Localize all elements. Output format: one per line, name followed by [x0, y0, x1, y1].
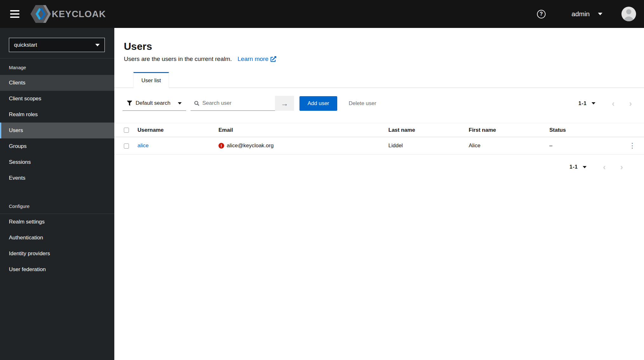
- column-header-first-name: First name: [465, 123, 545, 137]
- search-type-dropdown[interactable]: Default search: [123, 96, 186, 111]
- caret-down-icon: [583, 166, 587, 168]
- toolbar: Default search → Add user Delete user 1-…: [114, 88, 644, 111]
- tab-bar-lead: [114, 72, 133, 88]
- delete-user-button[interactable]: Delete user: [349, 100, 376, 107]
- pagination-prev-button[interactable]: ‹: [603, 163, 606, 171]
- avatar[interactable]: [621, 7, 636, 21]
- select-all-checkbox[interactable]: [124, 128, 129, 133]
- page-description: Users are the users in the current realm…: [124, 56, 232, 63]
- filter-icon: [127, 101, 132, 106]
- email-invalid-icon: !: [218, 143, 224, 149]
- nav-section-manage: Manage Clients Client scopes Realm roles…: [0, 58, 114, 186]
- pagination-prev-button[interactable]: ‹: [612, 99, 615, 108]
- caret-down-icon: [598, 13, 602, 15]
- column-header-last-name: Last name: [384, 123, 465, 137]
- sidebar-item-authentication[interactable]: Authentication: [0, 230, 114, 246]
- pagination-range-toggle[interactable]: 1-1: [579, 101, 595, 106]
- table-header-row: Username Email Last name First name Stat…: [114, 123, 644, 137]
- search-icon: [194, 101, 199, 106]
- pagination-bottom: 1-1 ‹ ›: [114, 163, 644, 171]
- first-name-cell: Alice: [465, 137, 545, 155]
- learn-more-link[interactable]: Learn more: [238, 56, 276, 63]
- caret-down-icon: [178, 102, 182, 104]
- tab-bar-rest: [169, 72, 644, 88]
- learn-more-label: Learn more: [238, 56, 268, 63]
- sidebar-item-events[interactable]: Events: [0, 170, 114, 186]
- tab-bar: User list: [114, 72, 644, 88]
- users-table: Username Email Last name First name Stat…: [114, 123, 644, 155]
- page-title: Users: [124, 41, 644, 52]
- keycloak-logo-icon: [30, 5, 51, 23]
- global-nav-toggle-button[interactable]: [8, 8, 21, 20]
- pagination-range-toggle[interactable]: 1-1: [570, 164, 587, 170]
- column-header-username: Username: [133, 123, 214, 137]
- sidebar-item-sessions[interactable]: Sessions: [0, 154, 114, 170]
- column-header-email: Email: [214, 123, 384, 137]
- sidebar-item-identity-providers[interactable]: Identity providers: [0, 246, 114, 262]
- main-content: Users Users are the users in the current…: [114, 28, 644, 360]
- hamburger-icon: [10, 10, 19, 11]
- last-name-cell: Liddel: [384, 137, 465, 155]
- nav-section-label-manage: Manage: [0, 58, 114, 75]
- masthead-actions: ? admin: [537, 7, 636, 21]
- row-actions-cell: ⋮: [621, 137, 644, 155]
- sidebar-item-realm-settings[interactable]: Realm settings: [0, 214, 114, 230]
- keycloak-logo: KEYCLOAK: [30, 5, 106, 23]
- email-cell: ! alice@keycloak.org: [214, 137, 384, 155]
- sidebar-item-client-scopes[interactable]: Client scopes: [0, 91, 114, 107]
- nav-section-label-configure: Configure: [0, 197, 114, 214]
- brand-text: KEYCLOAK: [52, 9, 106, 19]
- search-submit-button[interactable]: →: [275, 96, 294, 111]
- nav-list-configure: Realm settings Authentication Identity p…: [0, 214, 114, 277]
- page-header: Users Users are the users in the current…: [114, 28, 644, 63]
- realm-selector-value: quickstart: [14, 42, 37, 48]
- sidebar-item-clients[interactable]: Clients: [0, 75, 114, 91]
- nav-list-manage: Clients Client scopes Realm roles Users …: [0, 75, 114, 186]
- table-row: alice ! alice@keycloak.org Liddel Alice …: [114, 137, 644, 155]
- keycloak-admin-console: KEYCLOAK ? admin quickstart Manage Clien…: [0, 0, 644, 360]
- arrow-right-icon: →: [281, 99, 288, 108]
- sidebar-item-user-federation[interactable]: User federation: [0, 262, 114, 277]
- search-box: [191, 96, 275, 111]
- pagination-range: 1-1: [570, 164, 578, 170]
- nav-section-configure: Configure Realm settings Authentication …: [0, 197, 114, 277]
- email-value: alice@keycloak.org: [227, 143, 274, 149]
- sidebar: quickstart Manage Clients Client scopes …: [0, 28, 114, 360]
- pagination-next-button[interactable]: ›: [629, 99, 632, 108]
- page-description-row: Users are the users in the current realm…: [124, 56, 644, 63]
- row-checkbox[interactable]: [124, 143, 129, 149]
- tab-user-list[interactable]: User list: [133, 72, 169, 88]
- help-button[interactable]: ?: [537, 10, 546, 18]
- search-type-value: Default search: [136, 100, 171, 106]
- kebab-menu-button[interactable]: ⋮: [629, 142, 636, 149]
- add-user-button[interactable]: Add user: [299, 96, 337, 111]
- user-menu-dropdown[interactable]: admin: [572, 10, 602, 18]
- username-label: admin: [572, 10, 590, 18]
- external-link-icon: [271, 56, 276, 62]
- username-link[interactable]: alice: [138, 143, 149, 149]
- pagination-range: 1-1: [579, 101, 587, 106]
- realm-selector[interactable]: quickstart: [9, 38, 105, 52]
- username-cell: alice: [133, 137, 214, 155]
- help-icon: ?: [537, 10, 546, 18]
- column-header-actions: [621, 123, 644, 137]
- column-header-status: Status: [545, 123, 621, 137]
- pagination-next-button[interactable]: ›: [620, 163, 623, 171]
- status-cell: –: [545, 137, 621, 155]
- search-input[interactable]: [202, 100, 271, 106]
- sidebar-item-groups[interactable]: Groups: [0, 138, 114, 154]
- caret-down-icon: [95, 44, 100, 46]
- pagination-top: 1-1 ‹ ›: [579, 99, 632, 108]
- sidebar-item-users[interactable]: Users: [0, 123, 114, 138]
- sidebar-item-realm-roles[interactable]: Realm roles: [0, 107, 114, 123]
- caret-down-icon: [592, 102, 595, 104]
- masthead: KEYCLOAK ? admin: [0, 0, 644, 28]
